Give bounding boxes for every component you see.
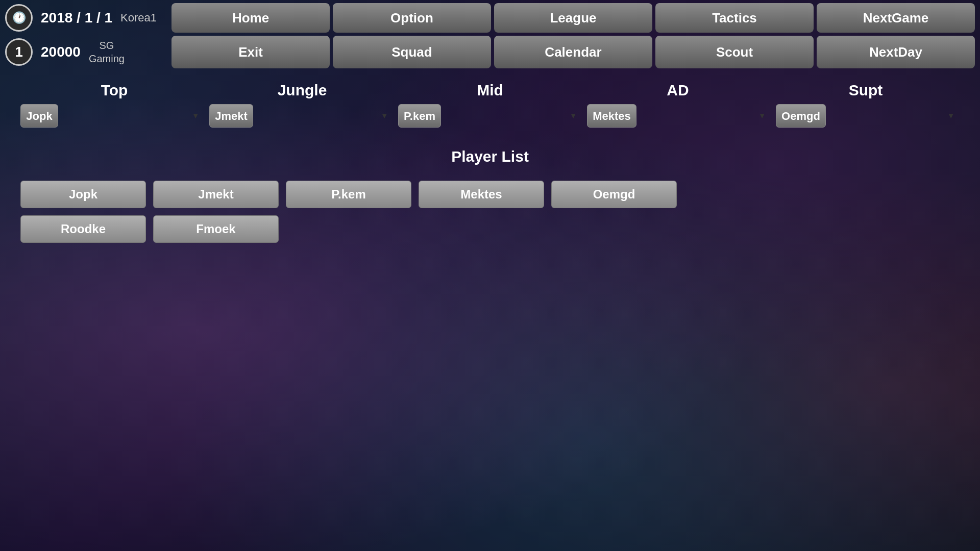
ad-select-wrapper: Mektes <box>587 104 771 128</box>
nextgame-button[interactable]: NextGame <box>817 3 975 33</box>
nav-row-2: Exit Squad Calendar Scout NextDay <box>172 36 975 68</box>
mid-select-wrapper: P.kem <box>398 104 582 128</box>
league-button[interactable]: League <box>494 3 652 33</box>
player-list-section: Player List Jopk Jmekt P.kem Mektes Oemg… <box>0 133 980 253</box>
home-button[interactable]: Home <box>172 3 330 33</box>
player-fmoek[interactable]: Fmoek <box>153 215 279 243</box>
mid-label: Mid <box>396 82 584 99</box>
top-label: Top <box>20 82 208 99</box>
header-info: 🕐 2018 / 1 / 1 Korea1 <box>5 3 168 33</box>
rank-badge: 1 <box>5 38 33 66</box>
jungle-select[interactable]: Jmekt <box>209 104 253 128</box>
player-jopk[interactable]: Jopk <box>20 181 146 208</box>
supt-select-wrapper: Oemgd <box>776 104 960 128</box>
position-selects: Jopk Jmekt P.kem Mektes Oemgd <box>20 104 960 128</box>
team-name: SG Gaming <box>89 39 125 65</box>
player-row-1: Jopk Jmekt P.kem Mektes Oemgd <box>20 181 960 208</box>
tactics-button[interactable]: Tactics <box>655 3 814 33</box>
region-display: Korea1 <box>120 11 157 24</box>
top-select[interactable]: Jopk <box>20 104 58 128</box>
positions-section: Top Jungle Mid AD Supt Jopk Jmekt P.kem <box>0 71 980 133</box>
player-oemgd[interactable]: Oemgd <box>551 181 677 208</box>
date-display: 2018 / 1 / 1 <box>41 10 112 26</box>
supt-label: Supt <box>772 82 960 99</box>
supt-select[interactable]: Oemgd <box>776 104 826 128</box>
jungle-select-wrapper: Jmekt <box>209 104 393 128</box>
mid-select[interactable]: P.kem <box>398 104 441 128</box>
position-headers: Top Jungle Mid AD Supt <box>20 82 960 99</box>
scout-button[interactable]: Scout <box>655 36 814 68</box>
player-jmekt[interactable]: Jmekt <box>153 181 279 208</box>
jungle-label: Jungle <box>208 82 396 99</box>
top-select-wrapper: Jopk <box>20 104 204 128</box>
squad-button[interactable]: Squad <box>333 36 491 68</box>
exit-button[interactable]: Exit <box>172 36 330 68</box>
option-button[interactable]: Option <box>333 3 491 33</box>
ad-label: AD <box>584 82 772 99</box>
nextday-button[interactable]: NextDay <box>817 36 975 68</box>
calendar-button[interactable]: Calendar <box>494 36 652 68</box>
clock-icon: 🕐 <box>5 4 33 32</box>
player-grid: Jopk Jmekt P.kem Mektes Oemgd Roodke Fmo… <box>20 181 960 243</box>
player-row-2: Roodke Fmoek <box>20 215 960 243</box>
player-pkem[interactable]: P.kem <box>286 181 411 208</box>
player-list-title: Player List <box>20 148 960 165</box>
player-roodke[interactable]: Roodke <box>20 215 146 243</box>
money-display: 20000 <box>41 44 81 60</box>
ad-select[interactable]: Mektes <box>587 104 636 128</box>
player-mektes[interactable]: Mektes <box>419 181 544 208</box>
team-info-section: 1 20000 SG Gaming <box>5 36 168 68</box>
nav-row-1: Home Option League Tactics NextGame <box>172 3 975 33</box>
